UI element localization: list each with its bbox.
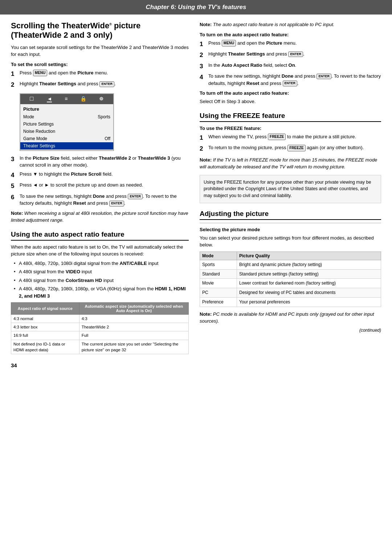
note-480i: Note: When receiving a signal at 480i re…: [11, 210, 189, 224]
enter-key-r2: ENTER: [288, 52, 303, 57]
step-6: 6 To save the new settings, highlight Do…: [11, 193, 189, 207]
signal-list: A 480i, 480p, 720p, 1080i digital signal…: [14, 260, 189, 300]
step-1: 1 Press MENU and open the Picture menu.: [11, 69, 189, 79]
freeze-step-2: 2 To return to the moving picture, press…: [200, 144, 381, 154]
aspect-row-43letterbox: 4:3 letter box TheaterWide 2: [11, 323, 189, 331]
freeze-steps: 1 When viewing the TV, press FREEZE to m…: [200, 133, 381, 154]
aspect-ratio-table: Aspect ratio of signal source Automatic …: [11, 302, 189, 354]
menu-icon-lock: 🔒: [80, 96, 86, 102]
menu-row-game-mode: Game Mode Off: [20, 135, 113, 142]
menu-key: MENU: [33, 70, 47, 76]
auto-aspect-title: Using the auto aspect ratio feature: [11, 230, 189, 241]
note-pc-input: Note: The auto aspect ratio feature is n…: [200, 21, 381, 28]
enter-key-r4b: ENTER: [283, 81, 298, 86]
menu-header-label: Picture: [23, 106, 39, 112]
copyright-text: Using the FREEZE function for any purpos…: [204, 180, 371, 199]
menu-row-theater-settings: Theater Settings: [20, 142, 113, 150]
step-3: 3 In the Picture Size field, select eith…: [11, 155, 189, 169]
picture-mode-table: Mode Picture Quality Sports Bright and d…: [200, 252, 381, 307]
divider: [200, 223, 381, 223]
menu-row-mode: Mode Sports: [20, 113, 113, 120]
mode-col-header: Mode: [200, 252, 237, 260]
page-number: 34: [11, 361, 189, 370]
continued-text: (continued): [200, 327, 381, 334]
menu-screenshot: ☐ ◄ ≡ 🔒 ☸ Picture Mode Sports Picture Se…: [20, 93, 114, 151]
step-4: 4 Press ▼ to highlight the Picture Scrol…: [11, 171, 189, 180]
auto-on-step-1: 1 Press MENU and open the Picture menu.: [200, 40, 381, 49]
menu-header-row: Picture: [20, 105, 113, 113]
mode-row-sports: Sports Bright and dynamic picture (facto…: [200, 260, 381, 269]
menu-row-noise-reduction: Noise Reduction: [20, 128, 113, 135]
copyright-box: Using the FREEZE function for any purpos…: [200, 175, 381, 203]
aspect-row-43normal: 4:3 normal 4:3: [11, 315, 189, 323]
aspect-col-auto: Automatic aspect size (automatically sel…: [79, 303, 188, 315]
auto-on-steps: 1 Press MENU and open the Picture menu. …: [200, 40, 381, 87]
menu-top-bar: ☐ ◄ ≡ 🔒 ☸: [20, 94, 113, 104]
mode-row-movie: Movie Lower contrast for darkened room (…: [200, 279, 381, 288]
auto-on-heading: To turn on the auto aspect ratio feature…: [200, 32, 381, 37]
auto-on-step-2: 2 Highlight Theater Settings and press E…: [200, 50, 381, 60]
quality-col-header: Picture Quality: [237, 252, 381, 260]
menu-icon-gear: ☸: [99, 96, 104, 102]
freeze-procedure-heading: To use the FREEZE feature:: [200, 126, 381, 131]
page-header: Chapter 6: Using the TV's features: [0, 0, 392, 15]
bullet-video: A 480i signal from the VIDEO input: [14, 268, 189, 275]
enter-key: ENTER: [99, 81, 114, 87]
note-pc-mode: Note: PC mode is available for HDMI and …: [200, 311, 381, 325]
mode-row-preference: Preference Your personal preferences: [200, 297, 381, 307]
freeze-key-1: FREEZE: [268, 134, 286, 140]
select-mode-intro: You can select your desired picture sett…: [200, 234, 381, 249]
auto-on-step-4: 4 To save the new settings, highlight Do…: [200, 73, 381, 87]
bullet-colorstream: A 480i signal from the ColorStream HD in…: [14, 277, 189, 284]
note-freeze: Note: If the TV is left in FREEZE mode f…: [200, 156, 381, 171]
right-column: Note: The auto aspect ratio feature is n…: [200, 21, 381, 372]
freeze-key-2: FREEZE: [287, 145, 305, 151]
auto-off-text: Select Off in Step 3 above.: [200, 98, 381, 105]
freeze-step-1: 1 When viewing the TV, press FREEZE to m…: [200, 133, 381, 143]
chapter-title: Chapter 6: Using the TV's features: [0, 4, 392, 11]
bullet-antcable: A 480i, 480p, 720p, 1080i digital signal…: [14, 260, 189, 267]
left-column: Scrolling the TheaterWide® picture (Thea…: [11, 21, 189, 372]
menu-row-picture-settings: Picture Settings: [20, 120, 113, 128]
section-theaterwide-title: Scrolling the TheaterWide® picture (Thea…: [11, 21, 189, 40]
auto-off-heading: To turn off the auto aspect ratio featur…: [200, 90, 381, 96]
enter-key-2: ENTER: [128, 194, 143, 200]
enter-key-3: ENTER: [109, 201, 124, 207]
step-2: 2 Highlight Theater Settings and press E…: [11, 80, 189, 90]
enter-key-r4a: ENTER: [317, 74, 331, 79]
freeze-title: Using the FREEZE feature: [200, 112, 381, 122]
mode-row-pc: PC Designed for viewing of PC tables and…: [200, 288, 381, 298]
menu-icon-settings: ≡: [65, 96, 68, 102]
menu-rows: Picture Mode Sports Picture Settings Noi…: [20, 104, 113, 150]
menu-icon-picture: ◄: [47, 96, 52, 102]
scroll-settings-heading: To set the scroll settings:: [11, 62, 189, 67]
aspect-col-signal: Aspect ratio of signal source: [11, 303, 79, 315]
mode-row-standard: Standard Standard picture settings (fact…: [200, 269, 381, 279]
bullet-hdmi: A 480i, 480p, 720p, 1080i, 1080p, or VGA…: [14, 285, 189, 299]
adjust-picture-title: Adjusting the picture: [200, 210, 381, 220]
select-picture-mode-title: Selecting the picture mode: [200, 227, 381, 232]
auto-on-step-3: 3 In the Auto Aspect Ratio field, select…: [200, 62, 381, 71]
aspect-row-169full: 16:9 full Full: [11, 331, 189, 340]
theaterwide-intro: You can set separate scroll settings for…: [11, 44, 189, 58]
aspect-row-notdefined: Not defined (no ID-1 data or HDMI aspect…: [11, 340, 189, 354]
menu-icon-tv: ☐: [29, 96, 34, 102]
menu-key-r1: MENU: [222, 40, 236, 46]
step-5: 5 Press ◄ or ► to scroll the picture up …: [11, 181, 189, 191]
auto-aspect-intro: When the auto aspect ratio feature is se…: [11, 244, 189, 258]
